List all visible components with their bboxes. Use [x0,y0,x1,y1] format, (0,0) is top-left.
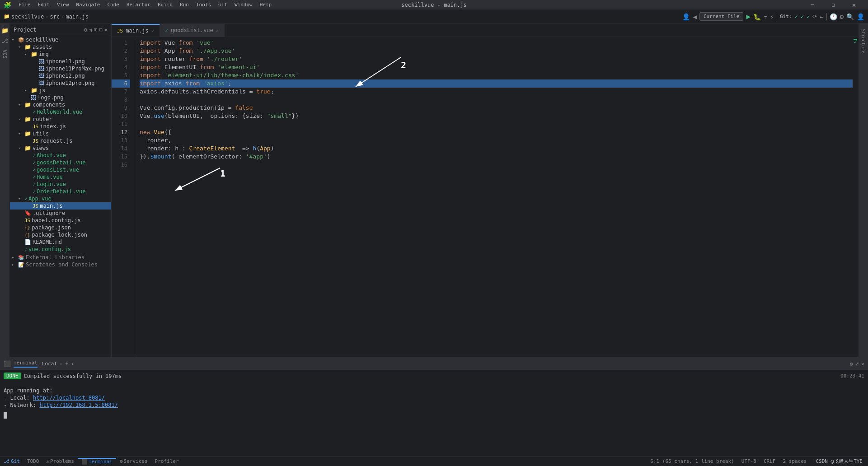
tree-item-login[interactable]: ✓ Login.vue [10,181,111,188]
menu-code[interactable]: Code [103,1,123,9]
tree-item-main-js[interactable]: JS main.js [10,202,111,210]
settings-icon[interactable]: ⚙ [840,13,844,20]
file-label[interactable]: main.js [66,14,89,20]
git-revert-icon[interactable]: ↩ [820,13,823,20]
src-label[interactable]: src [50,14,60,20]
debug-button[interactable]: 🐛 [753,13,761,20]
tree-item-package-lock[interactable]: {} package-lock.json [10,231,111,238]
tree-item-home[interactable]: ✓ Home.vue [10,173,111,181]
tree-item-vue-config[interactable]: ✓ vue.config.js [10,246,111,253]
panel-gear-icon[interactable]: ⚙ [84,27,87,33]
status-todo[interactable]: TODO [23,458,43,464]
terminal-local-url[interactable]: http://localhost:8081/ [33,395,105,401]
project-label[interactable]: seckillvue [11,14,44,20]
panel-collapse-icon[interactable]: ⊟ [99,27,103,33]
tree-item-root[interactable]: ▾ 📦 seckillvue [10,36,111,43]
terminal-chevron[interactable]: ▾ [71,361,74,366]
status-position[interactable]: 6:1 (65 chars, 1 line break) [647,458,737,464]
panel-settings-icon[interactable]: ⚙ [850,361,853,367]
panel-maximize-icon[interactable]: ⤢ [855,361,859,367]
menu-run[interactable]: Run [176,1,192,9]
terminal-network-url[interactable]: http://192.168.1.5:8081/ [39,402,117,408]
menu-help[interactable]: Help [256,1,276,9]
vcs-icon[interactable]: VCS [2,48,8,61]
menu-navigate[interactable]: Navigate [73,1,104,9]
tree-item-about[interactable]: ✓ About.vue [10,152,111,159]
current-file-dropdown[interactable]: Current File [699,12,743,21]
status-encoding[interactable]: UTF-8 [738,458,760,464]
tree-item-helloworld[interactable]: ✓ HelloWorld.vue [10,108,111,116]
tree-item-iphone12[interactable]: 🖼 iphone12.png [10,72,111,79]
status-line-sep[interactable]: CRLF [760,458,779,464]
panel-sort-icon[interactable]: ⇅ [89,27,92,33]
panel-close-icon2[interactable]: ✕ [861,361,864,367]
nav-back-icon[interactable]: ◀ [693,13,696,20]
maximize-button[interactable]: □ [823,0,844,10]
menu-window[interactable]: Window [231,1,256,9]
tree-item-request[interactable]: JS request.js [10,137,111,144]
coverage-button[interactable]: ☂ [764,13,767,20]
tree-item-assets[interactable]: ▾ 📁 assets [10,43,111,51]
git-icon-extra[interactable]: ⟳ [812,14,817,20]
menu-refactor[interactable]: Refactor [123,1,154,9]
terminal-label[interactable]: Terminal [14,360,38,368]
tree-item-goodsdetail[interactable]: ✓ goodsDetail.vue [10,159,111,166]
git-check1[interactable]: ✓ [794,14,798,20]
tree-item-package[interactable]: {} package.json [10,224,111,231]
tree-item-external-libs[interactable]: ▸ 📚 External Libraries [10,254,111,261]
terminal-plus[interactable]: + [65,361,68,367]
avatar-icon[interactable]: 👤 [857,13,864,20]
tab-main-js[interactable]: JS main.js ✕ [112,24,160,37]
close-button[interactable]: ✕ [844,0,864,10]
menu-tools[interactable]: Tools [192,1,215,9]
status-terminal-active[interactable]: ⬛ Terminal [78,458,116,465]
profile-button[interactable]: ⚡ [770,13,774,20]
terminal-x[interactable]: ✕ [60,361,62,366]
tree-item-iphone12pro[interactable]: 🖼 iphone12pro.png [10,79,111,87]
tree-item-router-index[interactable]: JS index.js [10,123,111,130]
user-icon[interactable]: 👤 [682,13,690,20]
tab-main-js-close[interactable]: ✕ [151,28,154,33]
tree-item-babel[interactable]: JS babel.config.js [10,217,111,224]
tree-item-components[interactable]: ▾ 📁 components [10,101,111,108]
minimize-button[interactable]: ─ [802,0,823,10]
git-check3[interactable]: ✓ [807,14,810,20]
status-services[interactable]: ⚙ Services [116,458,151,464]
tab-goodslist[interactable]: ✓ goodsList.vue ✕ [160,24,225,37]
status-problems[interactable]: ⚠ Problems [42,458,78,464]
menu-view[interactable]: View [53,1,73,9]
status-git[interactable]: ⎇ Git [0,458,23,464]
status-profiler[interactable]: Profiler [151,458,183,464]
run-button[interactable]: ▶ [746,12,751,21]
structure-label[interactable]: Structure [861,27,866,55]
menu-git[interactable]: Git [215,1,231,9]
tree-item-views[interactable]: ▾ 📁 views [10,144,111,152]
git-check2[interactable]: ✓ [801,14,804,20]
panel-close-icon[interactable]: ✕ [104,27,108,33]
terminal-content[interactable]: DONE Compiled successfully in 197ms 00:2… [0,370,868,456]
commit-icon[interactable]: ⎇ [1,37,8,44]
menu-edit[interactable]: Edit [34,1,54,9]
clock-icon[interactable]: 🕐 [830,13,837,20]
menu-file[interactable]: File [15,1,34,9]
menu-build[interactable]: Build [154,1,176,9]
tree-item-utils[interactable]: ▾ 📁 utils [10,130,111,137]
tree-item-orderdetail[interactable]: ✓ OrderDetail.vue [10,188,111,195]
status-spaces[interactable]: 2 spaces [779,458,810,464]
project-icon[interactable]: 📁 [1,27,9,34]
panel-expand-icon[interactable]: ⊞ [94,27,97,33]
tree-item-scratches[interactable]: ▸ 📝 Scratches and Consoles [10,261,111,268]
search-icon[interactable]: 🔍 [846,13,854,20]
tree-item-gitignore[interactable]: 🔖 .gitignore [10,210,111,217]
tree-item-js-folder[interactable]: ▸ 📁 js [10,87,111,94]
tree-item-goodslist[interactable]: ✓ goodsList.vue [10,166,111,173]
tree-item-logo[interactable]: 🖼 logo.png [10,94,111,101]
title-menu[interactable]: File Edit View Navigate Code Refactor Bu… [15,1,275,9]
tree-item-router[interactable]: ▾ 📁 router [10,116,111,123]
tree-item-readme[interactable]: 📄 README.md [10,238,111,246]
tree-item-app-vue[interactable]: ▾ ✓ App.vue [10,195,111,202]
tab-goodslist-close[interactable]: ✕ [216,28,219,33]
tree-item-iphone11[interactable]: 🖼 iphone11.png [10,58,111,65]
tree-item-iphone11pro[interactable]: 🖼 iphone11ProMax.png [10,65,111,72]
tree-item-img[interactable]: ▾ 📁 img [10,51,111,58]
